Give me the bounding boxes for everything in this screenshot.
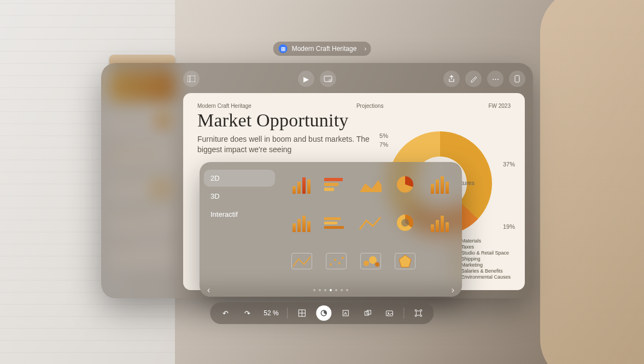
slide-subtitle: Furniture does well in boom and bust mar… <box>197 134 378 155</box>
chart-type-empty <box>425 245 454 277</box>
play-button[interactable]: ▶ <box>298 71 314 87</box>
slide-meta-left: Modern Craft Heritage <box>197 103 251 109</box>
redo-icon: ↷ <box>244 309 250 317</box>
svg-rect-0 <box>188 76 195 82</box>
slide-heading: Market Opportunity <box>197 110 511 131</box>
svg-point-6 <box>330 263 332 265</box>
chart-type-grid <box>279 162 462 297</box>
slide-meta-right: FW 2023 <box>488 103 511 109</box>
chart-callout: 19% <box>503 223 515 230</box>
bottom-toolbar: ↶ ↷ 52 % A <box>210 302 434 324</box>
frame-icon <box>415 309 423 317</box>
insert-comment-button[interactable] <box>411 305 426 321</box>
chart-callout: 37% <box>503 161 515 167</box>
document-settings-button[interactable] <box>509 71 525 87</box>
share-icon <box>448 75 455 83</box>
document-icon <box>514 75 520 83</box>
insert-text-button[interactable]: A <box>338 305 354 321</box>
chart-type-bubble[interactable] <box>356 245 385 277</box>
line-icon <box>359 214 383 232</box>
chart-type-column-grouped[interactable] <box>287 207 316 239</box>
chart-type-line-simple[interactable] <box>287 245 316 277</box>
present-icon <box>324 76 332 82</box>
pager-dots <box>313 289 348 291</box>
insert-media-button[interactable] <box>382 305 397 321</box>
chevron-right-icon: › <box>364 45 366 53</box>
shape-icon <box>364 309 372 317</box>
chart-tab-interactive[interactable]: Interactif <box>204 206 275 223</box>
pager-prev-button[interactable]: ‹ <box>207 285 210 295</box>
chart-legend: Materials Taxes Studio & Retail Space Sh… <box>454 238 511 280</box>
svg-point-10 <box>364 261 369 266</box>
area-icon <box>359 176 383 193</box>
document-title: Modern Craft Heritage <box>292 45 357 53</box>
table-icon <box>298 309 306 317</box>
insert-table-button[interactable] <box>295 305 310 321</box>
svg-point-12 <box>375 262 379 267</box>
chart-type-bar-horizontal[interactable] <box>321 169 350 200</box>
chart-icon <box>320 309 328 317</box>
svg-rect-24 <box>417 311 421 315</box>
zoom-level[interactable]: 52 % <box>261 309 280 317</box>
play-icon: ▶ <box>303 75 309 83</box>
sidebar-toggle-button[interactable] <box>183 71 200 87</box>
share-button[interactable] <box>443 71 460 87</box>
svg-marker-5 <box>360 180 382 192</box>
insert-shape-button[interactable] <box>360 305 376 321</box>
pager-next-button[interactable]: › <box>452 285 454 295</box>
sidebar-icon <box>188 76 195 82</box>
chart-type-bar-grouped[interactable] <box>321 207 350 239</box>
chart-callout: 5% <box>379 132 388 139</box>
chart-picker-pager: ‹ › <box>200 289 462 291</box>
svg-point-11 <box>369 256 377 264</box>
insert-chart-button[interactable] <box>317 305 332 321</box>
app-icon: ⊞ <box>279 44 288 53</box>
chart-picker-tabs: 2D 3D Interactif <box>200 162 279 297</box>
svg-point-3 <box>329 79 332 82</box>
chart-tab-3d[interactable]: 3D <box>204 188 275 205</box>
chart-type-area[interactable] <box>356 169 385 200</box>
room-background: ⊞ Modern Craft Heritage › 16 Looking For… <box>0 0 644 364</box>
redo-button[interactable]: ↷ <box>239 305 255 321</box>
chart-type-column-stacked[interactable] <box>425 169 454 200</box>
media-icon <box>386 309 394 317</box>
undo-icon: ↶ <box>223 309 229 317</box>
chart-picker-popover: 2D 3D Interactif ‹ <box>200 162 462 297</box>
chart-type-pie[interactable] <box>391 169 420 200</box>
chart-type-line[interactable] <box>356 207 385 239</box>
chart-type-column[interactable] <box>287 169 316 200</box>
svg-point-9 <box>342 257 344 259</box>
chart-type-radar[interactable] <box>391 245 420 277</box>
present-options-button[interactable] <box>320 71 336 87</box>
svg-point-7 <box>334 259 336 261</box>
text-icon: A <box>342 309 350 317</box>
chart-tab-2d[interactable]: 2D <box>204 170 275 187</box>
chart-type-scatter[interactable] <box>321 245 350 277</box>
slide-meta-center: Projections <box>356 103 383 109</box>
svg-rect-4 <box>515 76 519 82</box>
format-button[interactable] <box>465 71 482 87</box>
svg-text:A: A <box>344 311 348 316</box>
undo-button[interactable]: ↶ <box>218 305 233 321</box>
svg-marker-13 <box>399 255 411 267</box>
svg-point-8 <box>338 262 341 264</box>
more-icon: ⋯ <box>492 75 499 83</box>
chart-type-donut[interactable] <box>391 207 420 239</box>
format-brush-icon <box>470 75 477 83</box>
document-title-pill[interactable]: ⊞ Modern Craft Heritage › <box>273 42 371 56</box>
more-button[interactable]: ⋯ <box>487 71 504 87</box>
chart-callout: 7% <box>379 141 388 148</box>
chart-type-column-3[interactable] <box>425 207 454 239</box>
